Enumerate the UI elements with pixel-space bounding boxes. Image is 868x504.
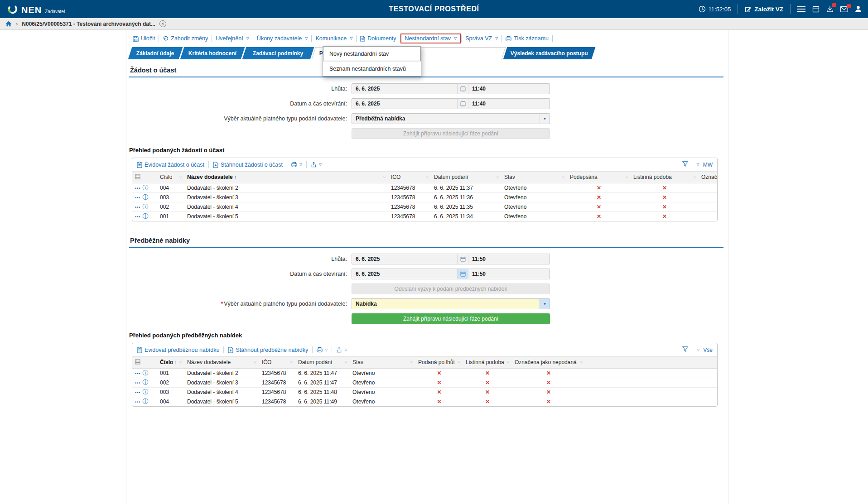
send-invitation-button[interactable]: Odeslání výzvy k podání předběžných nabí… [352, 283, 550, 294]
column-header-podepsana[interactable]: Podepsána▽ [567, 172, 631, 183]
close-record-icon[interactable]: ✕ [159, 20, 166, 27]
row-actions-icon[interactable]: ••• [135, 371, 140, 376]
opening-date-input[interactable]: 6. 6. 2025 [352, 269, 457, 279]
column-header-oznacena[interactable]: Označ [699, 172, 718, 183]
view-filter-label[interactable]: Vše [703, 347, 713, 353]
home-icon[interactable] [5, 21, 12, 27]
publication-menu-button[interactable]: Uveřejnění ▽ [212, 34, 253, 43]
column-header-listinna-podoba[interactable]: Listinná podoba▽ [463, 357, 512, 368]
column-filter-icon[interactable]: ▽ [504, 360, 509, 364]
menu-item-nonstandard-state-list[interactable]: Seznam nestandardních stavů [323, 61, 421, 76]
deadline-time-input[interactable]: 11:40 [468, 84, 550, 94]
opening-time-input[interactable]: 11:40 [468, 99, 550, 109]
row-actions-icon[interactable]: ••• [135, 186, 140, 191]
vz-administration-menu-button[interactable]: Správa VZ ▽ [462, 34, 502, 43]
column-filter-icon[interactable]: ▽ [177, 175, 182, 179]
export-table-button[interactable]: ▽ [311, 162, 322, 168]
info-icon[interactable]: ⓘ [142, 184, 148, 191]
row-selector-header[interactable] [132, 357, 157, 368]
column-header-stav[interactable]: Stav▽ [502, 172, 567, 183]
chevron-down-icon[interactable]: ▼ [540, 299, 550, 309]
row-actions-icon[interactable]: ••• [135, 381, 140, 385]
tab-kriteria-hodnoceni[interactable]: Kritéria hodnocení [180, 47, 245, 59]
column-header-datum-podani[interactable]: Datum podání▽ [431, 172, 502, 183]
column-filter-icon[interactable]: ▽ [691, 175, 696, 179]
row-selector-header[interactable] [132, 172, 157, 183]
submission-type-select[interactable]: Nabídka ▼ [352, 298, 550, 309]
view-filter-label[interactable]: MW [703, 162, 713, 168]
opening-date-input[interactable]: 6. 6. 2025 [352, 99, 457, 109]
menu-item-new-nonstandard-state[interactable]: Nový nestandardní stav [323, 47, 421, 61]
info-icon[interactable]: ⓘ [142, 370, 148, 376]
tab-zadavaci-podminky[interactable]: Zadávací podmínky [242, 47, 314, 59]
column-header-nazev-dodavatele[interactable]: Název dodavatele▽ [184, 357, 259, 368]
column-header-datum-podani[interactable]: Datum podání▽ [295, 357, 350, 368]
table-row[interactable]: •••ⓘ 003 Dodavatel - školení 4 12345678 … [132, 387, 718, 397]
column-filter-icon[interactable]: ▽ [623, 175, 628, 179]
start-next-phase-button[interactable]: Zahájit přípravu následující fáze podání [352, 128, 550, 139]
table-row[interactable]: •••ⓘ 002 Dodavatel - školení 3 12345678 … [132, 378, 718, 387]
table-row[interactable]: •••ⓘ 003 Dodavatel - školení 3 12345678 … [132, 192, 718, 202]
download-requests-button[interactable]: Stáhnout žádosti o účast [213, 162, 283, 168]
table-row[interactable]: •••ⓘ 001 Dodavatel - školení 5 12345678 … [132, 211, 718, 221]
column-filter-icon[interactable]: ▽ [559, 175, 564, 179]
column-header-oznacena-jako-nepodana[interactable]: Označena jako nepodaná▽ [512, 357, 585, 368]
row-actions-icon[interactable]: ••• [135, 205, 140, 210]
discard-changes-button[interactable]: Zahodit změny [159, 34, 212, 43]
calendar-icon[interactable] [457, 99, 468, 109]
calendar-button[interactable] [812, 5, 820, 13]
column-filter-icon[interactable]: ▽ [251, 360, 256, 364]
row-actions-icon[interactable]: ••• [135, 196, 140, 200]
row-actions-icon[interactable]: ••• [135, 215, 140, 219]
row-actions-icon[interactable]: ••• [135, 390, 140, 395]
messages-button[interactable] [840, 6, 848, 12]
create-vz-button[interactable]: Založit VZ [745, 6, 783, 13]
table-row[interactable]: •••ⓘ 004 Dodavatel - školení 2 12345678 … [132, 183, 718, 192]
nonstandard-state-menu-button[interactable]: Nestandardní stav ▽ [400, 34, 462, 43]
print-table-button[interactable]: ▽ [317, 347, 328, 353]
column-header-listinna-podoba[interactable]: Listinná podoba▽ [631, 172, 699, 183]
column-filter-icon[interactable]: ▽ [494, 175, 499, 179]
user-profile-button[interactable] [855, 5, 862, 13]
calendar-icon-active[interactable] [457, 269, 468, 279]
save-button[interactable]: Uložit [129, 34, 159, 43]
filter-icon[interactable] [682, 161, 688, 168]
table-row[interactable]: •••ⓘ 002 Dodavatel - školení 4 12345678 … [132, 202, 718, 211]
print-table-button[interactable]: ▽ [291, 162, 302, 168]
communication-menu-button[interactable]: Komunikace ▽ [312, 34, 356, 43]
calendar-icon[interactable] [457, 254, 468, 264]
column-header-nazev-dodavatele[interactable]: Název dodavatele↑▽ [184, 172, 388, 183]
register-preliminary-offer-button[interactable]: Evidovat předběžnou nabídku [137, 347, 219, 353]
column-filter-icon[interactable]: ▽ [381, 175, 386, 179]
column-filter-icon[interactable]: ▽ [288, 360, 293, 364]
column-filter-icon[interactable]: ▽ [424, 175, 429, 179]
view-dropdown-icon[interactable]: ▽ [697, 163, 699, 167]
column-header-cislo[interactable]: Číslo↑▽ [157, 357, 184, 368]
column-header-cislo[interactable]: Číslo▽ [157, 172, 184, 183]
register-request-button[interactable]: Evidovat žádost o účast [137, 162, 204, 168]
calendar-icon[interactable] [457, 84, 468, 94]
column-filter-icon[interactable]: ▽ [578, 360, 583, 364]
nen-logo[interactable]: NEN Zadavatel [7, 4, 65, 15]
download-preliminary-offers-button[interactable]: Stáhnout předběžné nabídky [228, 347, 308, 353]
info-icon[interactable]: ⓘ [142, 194, 148, 201]
table-row[interactable]: •••ⓘ 004 Dodavatel - školení 5 12345678 … [132, 397, 718, 406]
column-filter-icon[interactable]: ▽ [177, 360, 182, 364]
documents-button[interactable]: Dokumenty [357, 34, 400, 43]
downloads-button[interactable] [826, 5, 834, 13]
deadline-date-input[interactable]: 6. 6. 2025 [352, 254, 457, 264]
column-filter-icon[interactable]: ▽ [455, 360, 460, 364]
export-table-button[interactable]: ▽ [336, 347, 347, 353]
info-icon[interactable]: ⓘ [142, 398, 148, 405]
column-header-stav[interactable]: Stav▽ [350, 357, 415, 368]
filter-icon[interactable] [682, 346, 688, 353]
column-header-ico[interactable]: IČO▽ [388, 172, 431, 183]
tab-zakladni-udaje[interactable]: Základní údaje [128, 47, 183, 59]
info-icon[interactable]: ⓘ [142, 379, 148, 386]
submission-type-select[interactable]: Předběžná nabídka ▼ [352, 113, 550, 124]
chevron-down-icon[interactable]: ▼ [540, 114, 550, 124]
column-header-ico[interactable]: IČO▽ [259, 357, 295, 368]
authority-actions-menu-button[interactable]: Úkony zadavatele ▽ [253, 34, 312, 43]
breadcrumb-record[interactable]: N006/25/V00005371 - Testování archivovan… [22, 21, 155, 27]
info-icon[interactable]: ⓘ [142, 213, 148, 220]
